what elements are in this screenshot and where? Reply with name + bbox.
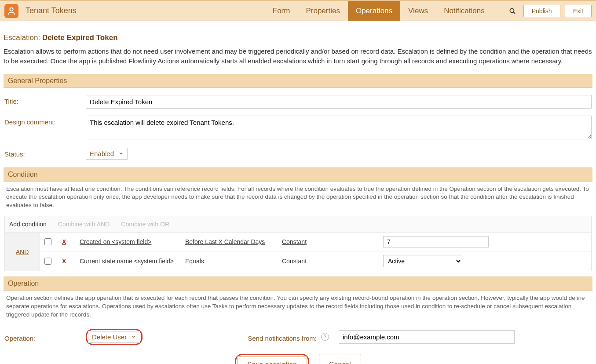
top-right-actions: Publish Exit (506, 5, 592, 17)
title-label: Title: (4, 95, 81, 105)
tab-properties[interactable]: Properties (298, 1, 347, 21)
svg-line-2 (513, 12, 515, 14)
svg-point-0 (10, 7, 13, 11)
row-checkbox[interactable] (44, 258, 51, 265)
combine-and-link[interactable]: Combine with AND (58, 221, 110, 228)
operation-select[interactable]: Delete User (88, 331, 140, 343)
notify-input[interactable] (339, 330, 515, 344)
save-escalation-button[interactable]: Save escalation (237, 356, 307, 364)
exit-button[interactable]: Exit (565, 5, 592, 17)
page-title-name: Delete Expired Token (42, 33, 118, 42)
row-operator-link[interactable]: Equals (185, 258, 278, 265)
top-bar: Tenant Tokens Form Properties Operations… (0, 0, 596, 21)
tab-views[interactable]: Views (400, 1, 436, 21)
row-operator-link[interactable]: Before Last X Calendar Days (185, 238, 278, 245)
publish-button[interactable]: Publish (523, 5, 560, 17)
chevron-down-icon (131, 333, 136, 341)
row-field-link[interactable]: Created on <system field> (80, 238, 181, 245)
design-comment-label: Design comment: (4, 116, 81, 126)
condition-body: AND X Created on <system field> Before L… (5, 233, 591, 271)
add-condition-link[interactable]: Add condition (9, 221, 47, 228)
cancel-button[interactable]: Cancel (319, 354, 361, 364)
design-comment-textarea[interactable]: This escalation will delete expired Tena… (86, 116, 592, 139)
operation-value: Delete User (92, 333, 127, 341)
status-label: Status: (4, 148, 81, 158)
condition-rows: X Created on <system field> Before Last … (40, 233, 591, 271)
row-value-input[interactable] (383, 236, 489, 248)
page-description: Escalation allows to perform actions tha… (4, 47, 592, 66)
section-condition-header: Condition (4, 167, 592, 182)
app-logo-icon (4, 4, 18, 18)
condition-toolbar: Add condition Combine with AND Combine w… (5, 216, 591, 233)
operation-hint: Operation section defines the app operat… (4, 291, 592, 324)
chevron-down-icon (118, 150, 124, 157)
section-general-header: General Properties (4, 74, 592, 88)
tab-notifications[interactable]: Notifications (436, 1, 493, 21)
status-select[interactable]: Enabled (86, 148, 128, 160)
button-row: Save escalation Cancel (4, 351, 592, 364)
row-source-link[interactable]: Constant (282, 238, 379, 245)
help-icon[interactable]: ? (321, 333, 329, 341)
condition-hint: Escalation must have at least one condit… (4, 182, 592, 215)
condition-row: X Created on <system field> Before Last … (40, 233, 591, 251)
title-input[interactable] (86, 95, 592, 109)
row-field-link[interactable]: Current state name <system field> (80, 258, 181, 265)
page-title-prefix: Escalation: (4, 33, 42, 42)
operation-label: Operation: (4, 332, 81, 342)
tab-operations[interactable]: Operations (348, 1, 400, 21)
tab-form[interactable]: Form (265, 1, 298, 21)
delete-row-icon[interactable]: X (62, 258, 75, 265)
section-operation-header: Operation (4, 277, 592, 291)
status-value: Enabled (90, 150, 114, 157)
condition-row: X Current state name <system field> Equa… (40, 251, 591, 271)
condition-panel: Add condition Combine with AND Combine w… (4, 216, 592, 271)
operation-highlight: Delete User (86, 329, 143, 345)
page-content: Escalation: Delete Expired Token Escalat… (0, 21, 596, 364)
app-title: Tenant Tokens (26, 6, 77, 15)
condition-combiner[interactable]: AND (5, 233, 40, 271)
svg-point-1 (510, 8, 514, 12)
row-checkbox[interactable] (44, 238, 51, 245)
search-icon[interactable] (506, 7, 519, 15)
page-title: Escalation: Delete Expired Token (4, 33, 592, 42)
save-highlight: Save escalation (235, 354, 309, 364)
main-tabs: Form Properties Operations Views Notific… (265, 1, 493, 21)
combine-or-link[interactable]: Combine with OR (121, 221, 169, 228)
delete-row-icon[interactable]: X (62, 238, 75, 245)
row-value-select[interactable]: Active (383, 255, 462, 267)
notify-label: Send notifications from: (235, 332, 317, 342)
operation-form: Operation: Delete User Send notification… (4, 324, 592, 351)
general-form: Title: Design comment: This escalation w… (4, 88, 592, 167)
row-source-link[interactable]: Constant (282, 258, 379, 265)
